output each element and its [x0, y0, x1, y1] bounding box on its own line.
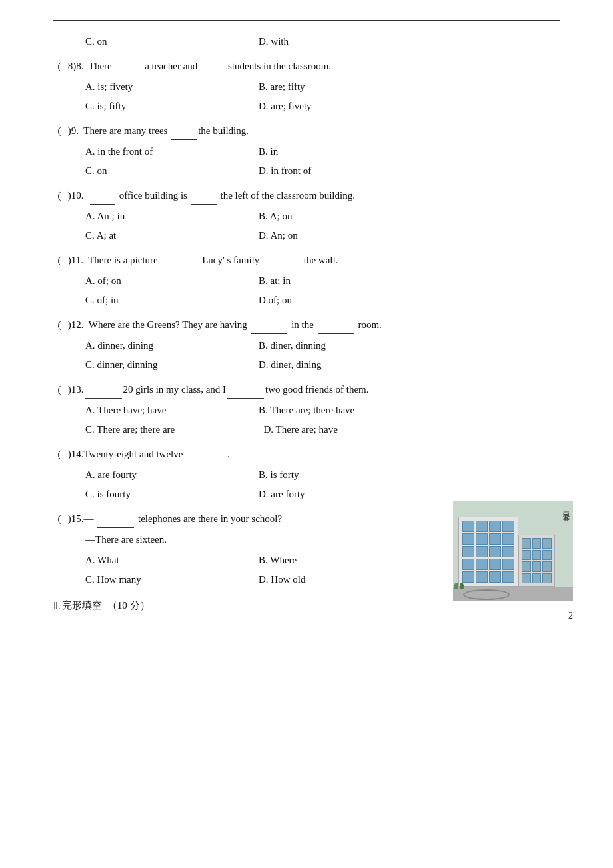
option-c-on: C. on [85, 33, 259, 51]
q8-option-a: A. is; fivety [85, 78, 259, 96]
q12-text: )12. Where are the Greens? They are havi… [65, 316, 560, 334]
q13-option-a: A. There have; have [85, 401, 259, 419]
question-13: ( )13.20 girls in my class, and Itwo goo… [53, 381, 560, 439]
q13-option-d: D. There are; have [259, 421, 432, 439]
q15-option-c: C. How many [85, 571, 259, 589]
page-number: 2 [568, 611, 573, 621]
q15-option-b: B. Where [259, 551, 432, 569]
option-d-with: D. with [259, 33, 432, 51]
question-8: ( 8)8. There a teacher and students in t… [53, 57, 560, 115]
section2-title: 完形填空 [62, 599, 102, 612]
q12-option-c: C. dinner, dinning [85, 356, 259, 374]
q14-option-c: C. is fourty [85, 485, 259, 503]
q13-text: )13.20 girls in my class, and Itwo good … [65, 381, 560, 399]
q11-text: )11. There is a picture Lucy' s family t… [65, 251, 560, 269]
q8-option-b: B. are; fifty [259, 78, 432, 96]
question-11: ( )11. There is a picture Lucy' s family… [53, 251, 560, 309]
q12-option-a: A. dinner, dining [85, 337, 259, 355]
building-image-container: 中三爱寨 [453, 501, 573, 601]
building-illustration: 中三爱寨 [453, 501, 573, 601]
q12-option-b: B. diner, dinning [259, 337, 432, 355]
section2-score: （10 分） [107, 599, 150, 612]
q11-option-b: B. at; in [259, 272, 432, 290]
q8-option-d: D. are; fivety [259, 97, 432, 115]
q9-option-d: D. in front of [259, 162, 432, 180]
question-9: ( )9. There are many trees the building.… [53, 122, 560, 180]
q9-option-b: B. in [259, 143, 432, 161]
q14-option-b: B. is forty [259, 466, 432, 484]
q8-option-c: C. is; fifty [85, 97, 259, 115]
paren-9: ( [53, 122, 65, 140]
q11-option-a: A. of; on [85, 272, 259, 290]
q14-text: )14.Twenty-eight and twelve . [65, 445, 560, 463]
question-14: ( )14.Twenty-eight and twelve . A. are f… [53, 445, 560, 503]
question-12: ( )12. Where are the Greens? They are ha… [53, 316, 560, 374]
q9-option-c: C. on [85, 162, 259, 180]
paren-14: ( [53, 445, 65, 463]
building-label: 中三爱寨 [561, 505, 570, 511]
paren-13: ( [53, 381, 65, 399]
option-cd-row: C. on D. with [53, 33, 560, 51]
q13-option-c: C. There are; there are [85, 421, 259, 439]
paren-10: ( [53, 187, 65, 205]
q10-text: )10. office building is the left of the … [65, 187, 560, 205]
q15-option-d: D. How old [259, 571, 432, 589]
paren-11: ( [53, 251, 65, 269]
q10-option-b: B. A; on [259, 207, 432, 225]
q9-text: )9. There are many trees the building. [65, 122, 560, 140]
section2-label: Ⅱ. [53, 600, 61, 612]
top-divider [53, 20, 560, 21]
q15-option-a: A. What [85, 551, 259, 569]
q10-option-d: D. An; on [259, 227, 432, 245]
paren-15: ( [53, 510, 65, 528]
q14-option-a: A. are fourty [85, 466, 259, 484]
q11-option-d: D.of; on [259, 291, 432, 309]
q10-option-a: A. An ; in [85, 207, 259, 225]
page: C. on D. with ( 8)8. There a teacher and… [0, 0, 613, 641]
paren-12: ( [53, 316, 65, 334]
q10-option-c: C. A; at [85, 227, 259, 245]
q9-option-a: A. in the front of [85, 143, 259, 161]
q8-text: 8)8. There a teacher and students in the… [65, 57, 560, 75]
q12-option-d: D. diner, dining [259, 356, 432, 374]
question-10: ( )10. office building is the left of th… [53, 187, 560, 245]
q13-option-b: B. There are; there have [259, 401, 432, 419]
paren-8: ( [53, 57, 65, 75]
q14-option-d: D. are forty [259, 485, 432, 503]
q11-option-c: C. of; in [85, 291, 259, 309]
